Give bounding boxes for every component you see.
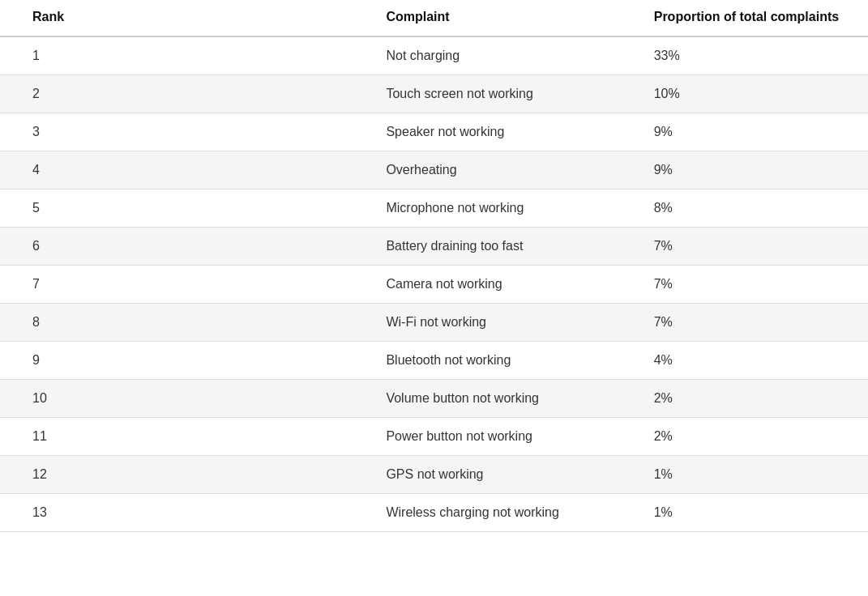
rank-cell: 4: [0, 151, 373, 189]
complaint-column-header: Complaint: [373, 0, 640, 36]
table-row: 8Wi-Fi not working7%: [0, 304, 868, 342]
proportion-cell: 2%: [641, 418, 868, 456]
rank-cell: 3: [0, 113, 373, 151]
complaint-cell: Touch screen not working: [373, 75, 640, 113]
complaint-cell: Volume button not working: [373, 380, 640, 418]
rank-column-header: Rank: [0, 0, 373, 36]
table-row: 12GPS not working1%: [0, 456, 868, 494]
complaint-cell: GPS not working: [373, 456, 640, 494]
table-row: 2Touch screen not working10%: [0, 75, 868, 113]
table-row: 9Bluetooth not working4%: [0, 342, 868, 380]
proportion-cell: 1%: [641, 456, 868, 494]
complaint-cell: Bluetooth not working: [373, 342, 640, 380]
proportion-cell: 7%: [641, 266, 868, 304]
table-row: 10Volume button not working2%: [0, 380, 868, 418]
table-row: 13Wireless charging not working1%: [0, 494, 868, 532]
proportion-cell: 9%: [641, 151, 868, 189]
proportion-column-header: Proportion of total complaints: [641, 0, 868, 36]
proportion-cell: 33%: [641, 36, 868, 75]
table-header-row: Rank Complaint Proportion of total compl…: [0, 0, 868, 36]
rank-cell: 7: [0, 266, 373, 304]
table-row: 1Not charging33%: [0, 36, 868, 75]
table-row: 5Microphone not working8%: [0, 189, 868, 228]
complaint-cell: Wi-Fi not working: [373, 304, 640, 342]
rank-cell: 13: [0, 494, 373, 532]
rank-cell: 12: [0, 456, 373, 494]
proportion-cell: 10%: [641, 75, 868, 113]
complaint-cell: Overheating: [373, 151, 640, 189]
rank-cell: 9: [0, 342, 373, 380]
complaint-cell: Power button not working: [373, 418, 640, 456]
complaint-cell: Not charging: [373, 36, 640, 75]
table-row: 7Camera not working7%: [0, 266, 868, 304]
rank-cell: 5: [0, 189, 373, 228]
table-row: 4Overheating9%: [0, 151, 868, 189]
table-row: 6Battery draining too fast7%: [0, 228, 868, 266]
rank-cell: 10: [0, 380, 373, 418]
complaints-table: Rank Complaint Proportion of total compl…: [0, 0, 868, 532]
complaint-cell: Camera not working: [373, 266, 640, 304]
proportion-cell: 8%: [641, 189, 868, 228]
proportion-cell: 9%: [641, 113, 868, 151]
rank-cell: 6: [0, 228, 373, 266]
proportion-cell: 7%: [641, 304, 868, 342]
rank-cell: 2: [0, 75, 373, 113]
complaint-cell: Speaker not working: [373, 113, 640, 151]
rank-cell: 1: [0, 36, 373, 75]
table-row: 11Power button not working2%: [0, 418, 868, 456]
complaints-table-container: Rank Complaint Proportion of total compl…: [0, 0, 868, 596]
proportion-cell: 4%: [641, 342, 868, 380]
proportion-cell: 2%: [641, 380, 868, 418]
complaint-cell: Microphone not working: [373, 189, 640, 228]
complaint-cell: Wireless charging not working: [373, 494, 640, 532]
proportion-cell: 1%: [641, 494, 868, 532]
proportion-cell: 7%: [641, 228, 868, 266]
rank-cell: 11: [0, 418, 373, 456]
table-row: 3Speaker not working9%: [0, 113, 868, 151]
rank-cell: 8: [0, 304, 373, 342]
complaint-cell: Battery draining too fast: [373, 228, 640, 266]
